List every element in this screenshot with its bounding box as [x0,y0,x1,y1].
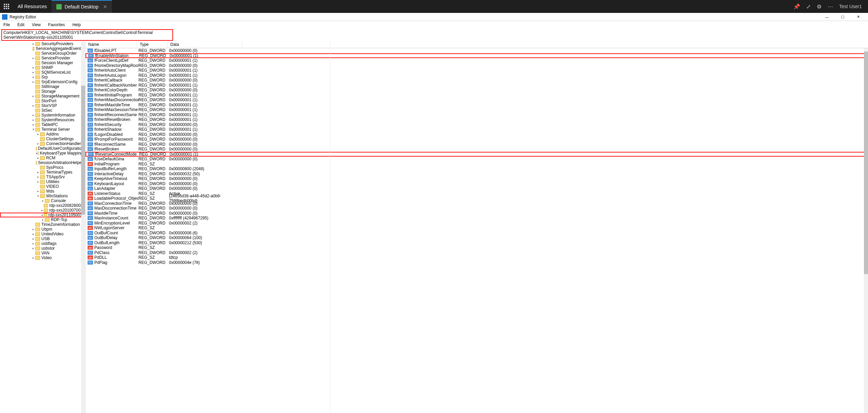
value-row[interactable]: 01fInheritColorDepthREG_DWORD0x00000000 … [86,88,868,93]
chevron-right-icon[interactable]: ▸ [41,199,45,202]
tree-item[interactable]: ▸usbstor [0,246,83,251]
tree-item[interactable]: ▸SrpExtensionConfig [0,79,83,84]
value-row[interactable]: 01fEnableWinStationREG_DWORD0x00000001 (… [86,53,868,58]
value-row[interactable]: 01MinEncryptionLevelREG_DWORD0x00000002 … [86,221,868,226]
tree-item[interactable]: VIDEO [0,184,83,189]
column-data[interactable]: Data [168,41,242,48]
tree-item[interactable]: ▸KeyboardType Mapping [0,151,83,156]
chevron-right-icon[interactable]: ▸ [41,209,44,212]
tree-item[interactable]: DefaultUserConfiguration [0,146,83,151]
user-label[interactable]: Test User1 [839,4,862,9]
value-row[interactable]: 01MaxIdleTimeREG_DWORD0x00000000 (0) [86,211,868,216]
tree-item[interactable]: ▸TSAppSrv [0,175,83,179]
chevron-right-icon[interactable]: ▸ [31,56,35,60]
value-row[interactable]: 01MaxDisconnectionTimeREG_DWORD0x0000000… [86,206,868,211]
value-row[interactable]: 01fInheritShadowREG_DWORD0x00000001 (1) [86,127,868,132]
tree-item[interactable]: ▸Wds [0,189,83,194]
column-type[interactable]: Type [137,41,168,48]
tree-item[interactable]: ▸SNMP [0,65,83,70]
chevron-right-icon[interactable]: ▸ [31,256,35,259]
value-row[interactable]: 01fReconnectSameREG_DWORD0x00000000 (0) [86,142,868,147]
chevron-down-icon[interactable]: ▾ [36,194,40,198]
scrollbar-thumb[interactable] [864,52,868,274]
value-row[interactable]: 01fInheritMaxSessionTimeREG_DWORD0x00000… [86,107,868,112]
close-icon[interactable]: ✕ [103,4,107,10]
value-row[interactable]: 01fInheritCallbackNumberREG_DWORD0x00000… [86,83,868,88]
tab-default-desktop[interactable]: Default Desktop ✕ [52,0,112,13]
value-row[interactable]: 01OutBufCountREG_DWORD0x00000006 (6) [86,231,868,236]
value-row[interactable]: 01fInheritAutoLogonREG_DWORD0x00000001 (… [86,73,868,78]
value-row[interactable]: 01LanAdapterREG_DWORD0x00000000 (0) [86,186,868,191]
chevron-right-icon[interactable]: ▸ [31,232,35,236]
value-row[interactable]: 01fPromptForPasswordREG_DWORD0x00000000 … [86,137,868,142]
chevron-right-icon[interactable]: ▸ [36,156,40,160]
tree-item[interactable]: ▸Utilities [0,179,83,184]
value-row[interactable]: 01fInheritMaxDisconnectionTimeREG_DWORD0… [86,97,868,103]
chevron-right-icon[interactable]: ▸ [31,42,35,46]
value-row[interactable]: 01fInheritCallbackREG_DWORD0x00000000 (0… [86,78,868,83]
chevron-right-icon[interactable]: ▸ [31,123,35,126]
chevron-right-icon[interactable]: ▸ [31,237,35,240]
close-button[interactable]: ✕ [850,13,866,21]
chevron-right-icon[interactable]: ▸ [31,66,35,69]
value-row[interactable]: 01fInheritResetBrokenREG_DWORD0x00000001… [86,117,868,122]
value-row[interactable]: abNWLogonServerREG_SZ [86,226,868,231]
tree-item[interactable]: ▸Console [0,198,83,203]
menu-help[interactable]: Help [71,22,82,28]
tree-item[interactable]: ▸SystemResources [0,118,83,122]
tree-item[interactable]: ▸SQMServiceList [0,70,83,75]
value-row[interactable]: 01fResetBrokenREG_DWORD0x00000000 (0) [86,147,868,152]
value-row[interactable]: 01fUseDefaultGinaREG_DWORD0x00000000 (0) [86,157,868,162]
tree-item[interactable]: TimeZoneInformation [0,222,83,227]
pin-icon[interactable]: 📌 [793,3,800,10]
value-row[interactable]: 01fForceClientLptDefREG_DWORD0x00000001 … [86,58,868,63]
value-row[interactable]: 01fReverseConnectModeREG_DWORD0x00000001… [86,152,868,157]
chevron-right-icon[interactable]: ▸ [31,113,35,117]
value-row[interactable]: 01MaxConnectionTimeREG_DWORD0x00000000 (… [86,201,868,206]
scrollbar-thumb[interactable] [81,86,85,215]
chevron-right-icon[interactable]: ▸ [31,71,35,74]
registry-tree[interactable]: ▸SecurityProvidersServiceAggregatedEvent… [0,41,83,260]
address-path[interactable]: Computer\HKEY_LOCAL_MACHINE\SYSTEM\Curre… [1,29,173,41]
tree-item[interactable]: ▸RDP-Tcp [0,217,83,222]
menu-edit[interactable]: Edit [16,22,26,28]
tree-item[interactable]: StSec [0,108,83,113]
chevron-right-icon[interactable]: ▸ [36,190,40,193]
tree-item[interactable]: ▸UnitedVideo [0,232,83,236]
value-row[interactable]: 01InteractiveDelayREG_DWORD0x00000032 (5… [86,172,868,177]
value-row[interactable]: 01fInheritInitialProgramREG_DWORD0x00000… [86,93,868,98]
tree-item[interactable]: ServiceGroupOrder [0,51,83,56]
value-row[interactable]: 01PdClassREG_DWORD0x00000002 (2) [86,250,868,255]
tree-item[interactable]: SessionArbitrationHelper [0,160,83,165]
chevron-right-icon[interactable]: ▸ [41,218,45,221]
values-list[interactable]: 01fDisableLPTREG_DWORD0x00000000 (0)01fE… [86,48,868,413]
values-vertical-scrollbar[interactable] [864,48,868,413]
chevron-right-icon[interactable]: ▸ [36,170,40,174]
tree-item[interactable]: StillImage [0,84,83,89]
minimize-button[interactable]: — [819,13,835,21]
value-row[interactable]: abPasswordREG_SZ [86,245,868,250]
value-row[interactable]: 01MaxInstanceCountREG_DWORD0xffffffff (4… [86,216,868,221]
app-grid-button[interactable] [0,0,13,13]
tree-item[interactable]: ▸AddIns [0,132,83,137]
value-row[interactable]: 01fInheritSecurityREG_DWORD0x00000000 (0… [86,122,868,127]
value-row[interactable]: 01fHomeDirectoryMapRootREG_DWORD0x000000… [86,63,868,68]
tree-item[interactable]: Session Manager [0,60,83,65]
chevron-right-icon[interactable]: ▸ [31,247,35,250]
tree-item[interactable]: ▸rdp-sxs201007001 [0,208,83,213]
tree-item[interactable]: Storage [0,89,83,94]
tree-item[interactable]: ▸TabletPC [0,122,83,127]
chevron-right-icon[interactable]: ▸ [41,213,44,217]
chevron-right-icon[interactable]: ▸ [36,142,40,145]
value-row[interactable]: 01fInheritMaxIdleTimeREG_DWORD0x00000001… [86,103,868,108]
value-row[interactable]: abInitialProgramREG_SZ [86,162,868,167]
value-row[interactable]: 01fLogonDisabledREG_DWORD0x00000000 (0) [86,132,868,137]
tree-item[interactable]: ▸ServiceProvider [0,56,83,60]
chevron-right-icon[interactable]: ▸ [31,80,35,84]
value-row[interactable]: 01fDisableLPTREG_DWORD0x00000000 (0) [86,48,868,53]
maximize-button[interactable]: ▢ [835,13,850,21]
tree-item[interactable]: ClusterSettings [0,137,83,141]
chevron-right-icon[interactable]: ▸ [36,180,40,183]
value-row[interactable]: 01KeepAliveTimeoutREG_DWORD0x00000000 (0… [86,176,868,181]
tree-item[interactable]: ▸Srp [0,75,83,79]
